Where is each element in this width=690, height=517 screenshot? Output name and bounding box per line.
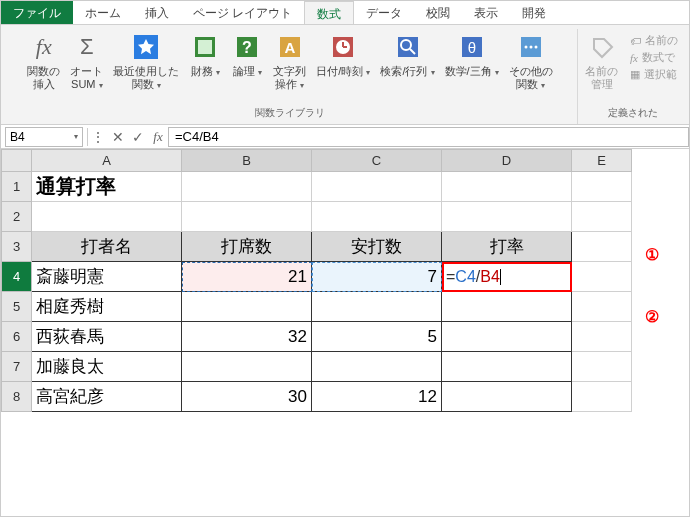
col-header-c[interactable]: C [312,150,442,172]
svg-text:?: ? [242,39,252,56]
col-header-b[interactable]: B [182,150,312,172]
define-name-button[interactable]: 🏷名前の [630,33,678,48]
cancel-button[interactable]: ✕ [108,127,128,147]
cell-c6[interactable]: 5 [312,322,442,352]
cell-e7[interactable] [572,352,632,382]
cell-e3[interactable] [572,232,632,262]
autosum-button[interactable]: Σ オート SUM ▾ [66,29,107,93]
tag-icon [586,31,618,63]
lookup-button[interactable]: 検索/行列 ▾ [376,29,438,93]
cell-a6[interactable]: 西荻春馬 [32,322,182,352]
cell-a3[interactable]: 打者名 [32,232,182,262]
cell-b4[interactable]: 21 [182,262,312,292]
row-header-6[interactable]: 6 [2,322,32,352]
cell-c3[interactable]: 安打数 [312,232,442,262]
cell-a2[interactable] [32,202,182,232]
cell-e6[interactable] [572,322,632,352]
recent-functions-button[interactable]: 最近使用した 関数 ▾ [109,29,183,93]
math-button[interactable]: θ 数学/三角 ▾ [441,29,503,93]
fx-button[interactable]: fx [148,127,168,147]
cell-c8[interactable]: 12 [312,382,442,412]
insert-function-button[interactable]: fx 関数の 挿入 [23,29,64,93]
cell-d7[interactable] [442,352,572,382]
tab-formulas[interactable]: 数式 [304,1,354,24]
row-header-1[interactable]: 1 [2,172,32,202]
cell-b2[interactable] [182,202,312,232]
options-button[interactable]: ⋮ [88,127,108,147]
row-header-4[interactable]: 4 [2,262,32,292]
name-manager-button[interactable]: 名前の 管理 [581,29,622,93]
ribbon: fx 関数の 挿入 Σ オート SUM ▾ 最近使用した 関数 ▾ 財務 ▾ ?… [1,25,689,125]
book-dots-icon [515,31,547,63]
svg-point-14 [524,46,527,49]
cell-d8[interactable] [442,382,572,412]
select-all-corner[interactable] [2,150,32,172]
use-in-formula-button[interactable]: fx数式で [630,50,678,65]
cell-b7[interactable] [182,352,312,382]
tab-view[interactable]: 表示 [462,1,510,24]
enter-button[interactable]: ✓ [128,127,148,147]
row-header-5[interactable]: 5 [2,292,32,322]
cell-c7[interactable] [312,352,442,382]
ribbon-group-label-2: 定義された [581,104,684,124]
text-button[interactable]: A 文字列 操作 ▾ [269,29,310,93]
cell-b1[interactable] [182,172,312,202]
cell-d5[interactable] [442,292,572,322]
tab-developer[interactable]: 開発 [510,1,558,24]
cell-e8[interactable] [572,382,632,412]
clock-icon [327,31,359,63]
row-header-2[interactable]: 2 [2,202,32,232]
tab-review[interactable]: 校閲 [414,1,462,24]
cell-b3[interactable]: 打席数 [182,232,312,262]
financial-button[interactable]: 財務 ▾ [185,29,225,93]
row-header-3[interactable]: 3 [2,232,32,262]
cell-e4[interactable] [572,262,632,292]
ribbon-tabs: ファイル ホーム 挿入 ページ レイアウト 数式 データ 校閲 表示 開発 [1,1,689,25]
col-header-a[interactable]: A [32,150,182,172]
lookup-icon [392,31,424,63]
tab-data[interactable]: データ [354,1,414,24]
tab-page-layout[interactable]: ページ レイアウト [181,1,304,24]
cell-d1[interactable] [442,172,572,202]
cell-c4[interactable]: 7 [312,262,442,292]
book-question-icon: ? [231,31,263,63]
cell-a1[interactable]: 通算打率 [32,172,182,202]
cell-a5[interactable]: 相庭秀樹 [32,292,182,322]
row-header-7[interactable]: 7 [2,352,32,382]
tag-small-icon: 🏷 [630,35,641,47]
cell-d3[interactable]: 打率 [442,232,572,262]
col-header-e[interactable]: E [572,150,632,172]
cell-a4[interactable]: 斎藤明憲 [32,262,182,292]
tab-insert[interactable]: 挿入 [133,1,181,24]
cell-d2[interactable] [442,202,572,232]
svg-rect-2 [198,40,212,54]
cell-b8[interactable]: 30 [182,382,312,412]
cell-d4-editing[interactable]: =C4/B4 [442,262,572,292]
callout-2: ② [645,307,659,326]
cell-c2[interactable] [312,202,442,232]
formula-input[interactable]: =C4/B4 [168,127,689,147]
cell-c1[interactable] [312,172,442,202]
cell-a7[interactable]: 加藤良太 [32,352,182,382]
theta-icon: θ [456,31,488,63]
fx-icon: fx [28,31,60,63]
cell-a8[interactable]: 高宮紀彦 [32,382,182,412]
cell-b5[interactable] [182,292,312,322]
datetime-button[interactable]: 日付/時刻 ▾ [312,29,374,93]
tab-home[interactable]: ホーム [73,1,133,24]
cell-d6[interactable] [442,322,572,352]
row-header-8[interactable]: 8 [2,382,32,412]
cell-e5[interactable] [572,292,632,322]
cell-c5[interactable] [312,292,442,322]
svg-text:A: A [284,39,295,56]
create-from-selection-button[interactable]: ▦選択範 [630,67,678,82]
tab-file[interactable]: ファイル [1,1,73,24]
cell-e2[interactable] [572,202,632,232]
star-icon [130,31,162,63]
col-header-d[interactable]: D [442,150,572,172]
logical-button[interactable]: ? 論理 ▾ [227,29,267,93]
cell-e1[interactable] [572,172,632,202]
name-box[interactable]: B4▾ [5,127,83,147]
cell-b6[interactable]: 32 [182,322,312,352]
more-functions-button[interactable]: その他の 関数 ▾ [505,29,557,93]
